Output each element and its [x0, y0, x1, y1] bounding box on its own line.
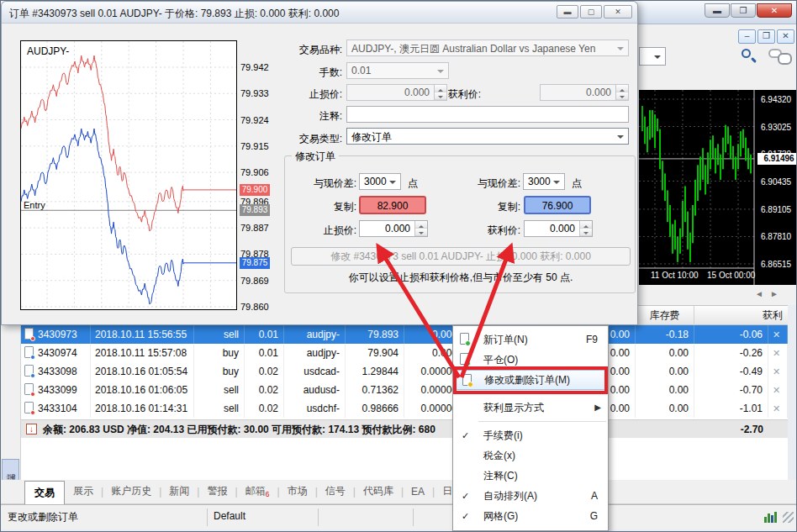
- menu-item-新订单(N)[interactable]: 新订单(N)F9: [453, 329, 608, 350]
- dialog-titlebar[interactable]: 订单 #3430973 sell 0.01 AUDJPY- 于价格: 79.89…: [2, 2, 637, 24]
- chat-icon[interactable]: [768, 49, 782, 58]
- menu-item-label: 新订单(N): [483, 334, 528, 345]
- menu-item-手续费(i)[interactable]: 手续费(i)✓: [453, 425, 608, 445]
- dialog-close-button[interactable]: ✕: [604, 5, 632, 18]
- order-cell-close: ✕: [768, 344, 788, 362]
- chart-child-window: – ❐ ✕ 6.943206.930256.917306.904356.8910…: [636, 24, 797, 305]
- order-cell-swap: 0.00: [636, 344, 694, 362]
- menu-item-label: 网格(G): [483, 510, 518, 522]
- menu-item-获利显示方式[interactable]: 获利显示方式▶: [453, 398, 608, 418]
- usdcnh-chart[interactable]: 6.943206.930256.917306.904356.891056.878…: [639, 90, 797, 285]
- tab-信号[interactable]: 信号: [325, 484, 346, 498]
- main-maximize-button[interactable]: ❐: [731, 3, 756, 18]
- tab-separator: |: [101, 486, 103, 498]
- menu-item-label: 注释(C): [483, 470, 518, 482]
- tab-EA[interactable]: EA: [411, 486, 425, 498]
- order-row[interactable]: 34309742018.10.11 15:57:08buy0.01audjpy-…: [21, 344, 788, 362]
- main-minimize-button[interactable]: ▬: [705, 3, 730, 18]
- chevron-down-icon: [437, 70, 444, 76]
- menu-item-注释(C)[interactable]: 注释(C): [453, 466, 608, 486]
- order-cell-price: 79.893: [346, 325, 404, 344]
- icon-badge: [465, 361, 471, 366]
- tab-代码库[interactable]: 代码库: [363, 484, 393, 498]
- close-order-icon[interactable]: ✕: [768, 403, 780, 413]
- candle-chart-svg: [639, 90, 797, 285]
- modify-stoploss-spinner[interactable]: 0.000: [359, 220, 428, 237]
- tab-警报[interactable]: 警报: [207, 484, 227, 498]
- time-axis-label: 11 Oct 10:00: [651, 271, 699, 280]
- modify-takeprofit-spinner[interactable]: 0.000: [524, 220, 593, 237]
- menu-item-自动排列(A)[interactable]: 自动排列(A)✓A: [453, 486, 608, 506]
- close-order-icon[interactable]: ✕: [768, 329, 780, 340]
- volume-label: 手数:: [254, 66, 342, 80]
- takeprofit-spinner[interactable]: 0.000: [540, 84, 629, 101]
- spin-down-icon[interactable]: [415, 229, 427, 236]
- tab-separator: |: [235, 486, 237, 498]
- dialog-maximize-button[interactable]: ▢: [580, 5, 602, 18]
- order-row[interactable]: 34331042018.10.16 01:14:31sell0.02usdchf…: [21, 399, 788, 418]
- tick-chart-price-label: 79.860: [240, 302, 269, 312]
- column-header-swap[interactable]: 库存费: [636, 306, 694, 325]
- volume-combobox[interactable]: 0.01: [346, 62, 449, 79]
- menu-item-网格(G)[interactable]: 网格(G)✓G: [453, 506, 608, 526]
- sl-diff-combobox[interactable]: 3000: [359, 173, 401, 190]
- main-close-button[interactable]: ✕: [757, 3, 792, 18]
- check-icon: ✓: [462, 425, 469, 445]
- menu-item-税金(x)[interactable]: 税金(x): [453, 445, 608, 466]
- order-cell-lots: 0.02: [245, 399, 284, 418]
- tab-展示[interactable]: 展示: [73, 484, 93, 498]
- tab-邮箱[interactable]: 邮箱6: [245, 484, 270, 498]
- chevron-down-icon: [389, 181, 396, 187]
- order-direction-dot: [30, 336, 35, 341]
- order-cell-profit: -1.01: [694, 399, 768, 418]
- child-minimize-button[interactable]: –: [738, 29, 756, 44]
- chart-scrollbar[interactable]: ◄►: [755, 289, 785, 298]
- tab-市场[interactable]: 市场: [288, 484, 308, 498]
- dialog-minimize-button[interactable]: ▬: [557, 5, 578, 18]
- spin-down-icon[interactable]: [580, 229, 592, 236]
- order-cell-symbol: audjpy-: [284, 325, 346, 344]
- order-type-combobox[interactable]: 修改订单: [346, 128, 629, 145]
- mail-badge: 6: [266, 490, 270, 498]
- symbol-combobox[interactable]: AUDJPY-, 澳元日圆 Australian Dollar vs Japan…: [346, 40, 629, 56]
- order-row[interactable]: 34330992018.10.16 01:06:05sell0.02audusd…: [21, 381, 788, 399]
- child-close-button[interactable]: ✕: [777, 29, 794, 44]
- comment-input[interactable]: [346, 106, 629, 123]
- spin-down-icon[interactable]: [616, 92, 628, 100]
- spin-up-icon[interactable]: [415, 221, 427, 229]
- close-order-icon[interactable]: ✕: [768, 385, 780, 395]
- child-restore-button[interactable]: ❐: [757, 29, 775, 44]
- menu-item-平仓(O)[interactable]: 平仓(O): [453, 350, 608, 370]
- close-order-icon[interactable]: ✕: [768, 348, 780, 358]
- tab-账户历史[interactable]: 账户历史: [111, 484, 151, 498]
- sell-order-icon: [24, 402, 34, 413]
- tab-新闻[interactable]: 新闻: [169, 484, 189, 498]
- close-order-icon[interactable]: ✕: [768, 366, 780, 377]
- menu-item-修改或删除订单(M)[interactable]: 修改或删除订单(M): [455, 370, 606, 390]
- order-cell-price: 0.71362: [346, 381, 404, 399]
- column-header-profit[interactable]: 获利: [694, 306, 788, 325]
- spin-up-icon[interactable]: [580, 221, 592, 229]
- toolbar-dropdown[interactable]: [639, 47, 666, 66]
- modify-order-button[interactable]: 修改 #3430973 sell 0.01 AUDJPY- 止损: 0.000 …: [291, 247, 631, 266]
- mt4-application-window: ▬ ❐ ✕ – ❐ ✕ 6.943206.930256.917306.90435…: [0, 0, 797, 532]
- tp-diff-label: 与现价差:: [466, 176, 520, 191]
- spin-up-icon[interactable]: [616, 85, 628, 92]
- tp-diff-combobox[interactable]: 3000: [523, 173, 565, 190]
- candle-chart-price-label: 6.87810: [761, 232, 791, 241]
- menu-separator: [478, 393, 606, 394]
- copy-takeprofit-button[interactable]: 76.900: [524, 196, 591, 214]
- modify-group-title: 修改订单: [292, 150, 339, 164]
- menu-item-label: 手续费(i): [483, 429, 523, 441]
- tab-separator: |: [277, 486, 280, 498]
- copy-stoploss-button[interactable]: 82.900: [359, 196, 426, 214]
- status-profile[interactable]: Default: [214, 510, 245, 522]
- submenu-arrow-icon: ▶: [594, 398, 601, 418]
- sell-order-icon: [24, 328, 34, 340]
- ask-price-badge: 79.900: [240, 184, 270, 196]
- order-row[interactable]: 34309732018.10.11 15:56:55sell0.01audjpy…: [21, 325, 788, 344]
- resize-grip[interactable]: [783, 512, 794, 523]
- zoom-icon[interactable]: [742, 49, 751, 58]
- order-row[interactable]: 34330982018.10.16 01:05:54buy0.02usdcad-…: [21, 362, 788, 381]
- tab-trade[interactable]: 交易: [24, 481, 65, 504]
